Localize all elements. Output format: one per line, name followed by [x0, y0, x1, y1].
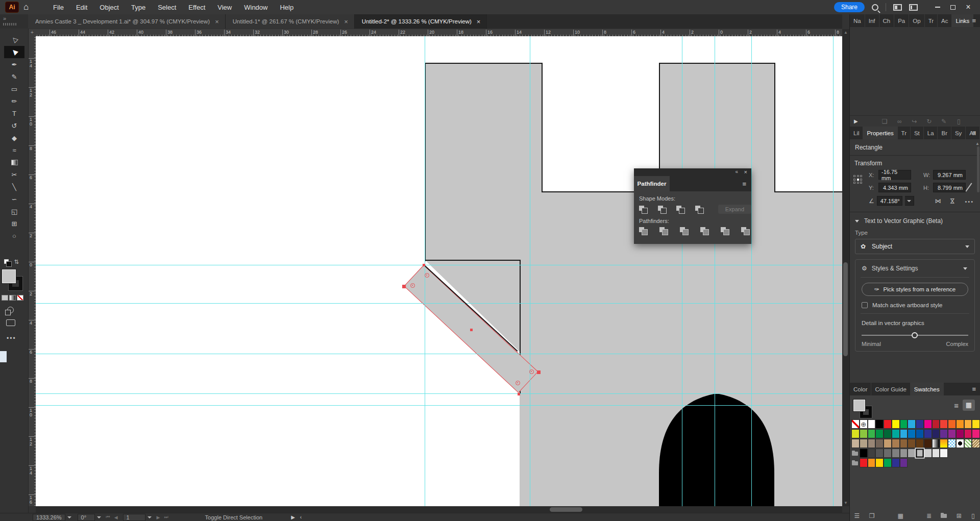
rotate-tool[interactable]: ↺: [4, 119, 24, 132]
intersect-icon[interactable]: [676, 206, 685, 213]
swatch[interactable]: [884, 449, 892, 458]
swatch[interactable]: [892, 419, 900, 429]
none-button[interactable]: [17, 295, 23, 301]
vertical-scroll-thumb[interactable]: [843, 262, 848, 356]
swatch[interactable]: [860, 449, 868, 458]
scroll-down-icon[interactable]: ▼: [844, 501, 848, 505]
workspace-switcher-icon[interactable]: [909, 4, 918, 11]
swatch[interactable]: [924, 449, 932, 458]
angle-dropdown[interactable]: [905, 196, 914, 206]
vertical-scrollbar[interactable]: ▲ ▼: [842, 29, 849, 506]
swatch-group-folder-icon[interactable]: [851, 449, 860, 458]
swatch[interactable]: [875, 439, 884, 448]
swatch[interactable]: [924, 419, 932, 429]
tab-sy[interactable]: Sy: [951, 127, 966, 139]
color-button[interactable]: [2, 295, 8, 301]
swatch[interactable]: [940, 419, 948, 429]
guide-vertical[interactable]: [682, 36, 682, 506]
swatch[interactable]: [956, 429, 964, 438]
swatches-fill-stroke-indicator[interactable]: [853, 400, 874, 420]
selection-anchor[interactable]: [402, 285, 406, 288]
shaper-tool[interactable]: ≈: [4, 144, 24, 156]
eraser-tool[interactable]: ◆: [4, 132, 24, 144]
text-to-vector-header[interactable]: Text to Vector Graphic (Beta): [855, 217, 975, 225]
selection-anchor[interactable]: [423, 264, 425, 266]
tab-close-icon[interactable]: ×: [215, 18, 219, 26]
swatch[interactable]: [932, 419, 940, 429]
swatch-kinds-icon[interactable]: ▦: [880, 512, 921, 519]
selection-anchor[interactable]: [518, 393, 520, 395]
menu-window[interactable]: Window: [238, 1, 274, 14]
transform-more-options-icon[interactable]: •••: [965, 199, 974, 205]
scroll-up-icon[interactable]: ▲: [844, 30, 848, 35]
h-field[interactable]: 8.799 mm: [933, 183, 966, 192]
swap-fill-stroke-icon[interactable]: ⇄: [13, 259, 20, 264]
horizontal-scroll-thumb[interactable]: [550, 507, 582, 512]
reference-point[interactable]: [853, 182, 855, 184]
horizontal-ruler[interactable]: 4644424038363432302826242220181614121086…: [36, 29, 842, 36]
swatch[interactable]: [900, 419, 908, 429]
swatch[interactable]: [948, 439, 956, 448]
crop-icon[interactable]: [700, 227, 709, 235]
tab-tr[interactable]: Tr: [925, 14, 938, 27]
menu-object[interactable]: Object: [93, 1, 125, 14]
menu-type[interactable]: Type: [125, 1, 152, 14]
guide-vertical[interactable]: [751, 36, 752, 506]
swatch-themes-icon[interactable]: ❐: [864, 512, 880, 519]
swatch[interactable]: [900, 449, 908, 458]
swatch[interactable]: [875, 429, 884, 438]
panel-close-icon[interactable]: ×: [744, 169, 747, 175]
swatch[interactable]: [964, 439, 972, 448]
go-to-link-icon[interactable]: ↪: [907, 118, 922, 125]
panel-menu-icon[interactable]: ≡: [742, 180, 746, 188]
fill-indicator[interactable]: [853, 400, 865, 411]
swatch[interactable]: [908, 439, 916, 448]
swatch[interactable]: [972, 419, 980, 429]
live-corner-widget[interactable]: [425, 273, 429, 278]
exclude-icon[interactable]: [695, 206, 704, 213]
direct-selection-tool[interactable]: ▶: [4, 46, 24, 58]
panel-menu-icon[interactable]: ≡: [972, 17, 976, 24]
zoom-level-value[interactable]: 1333.26%: [33, 514, 65, 521]
swatch[interactable]: [875, 458, 884, 467]
swatch[interactable]: [932, 439, 940, 448]
rotation-angle-field[interactable]: 47.158°: [877, 196, 902, 206]
pick-styles-button[interactable]: ✑ Pick styles from a reference: [862, 283, 968, 296]
drawing-modes-icon[interactable]: [7, 307, 14, 313]
trim-icon[interactable]: [659, 227, 668, 235]
document-tab-2[interactable]: Untitled-1* @ 261.67 % (CMYK/Preview)×: [226, 14, 355, 29]
maximize-button[interactable]: [945, 1, 961, 14]
guide-vertical[interactable]: [715, 36, 715, 506]
artboard-nav-field[interactable]: 1: [120, 513, 155, 521]
zoom-tool[interactable]: ○: [4, 230, 24, 242]
swatch[interactable]: [908, 449, 916, 458]
swatch[interactable]: [900, 458, 908, 467]
selection-anchor[interactable]: [470, 329, 473, 331]
swatch[interactable]: [884, 439, 892, 448]
edit-original-icon[interactable]: ✎: [937, 118, 951, 125]
swatch[interactable]: [916, 419, 924, 429]
pathfinder-header[interactable]: « ×: [634, 168, 751, 176]
delete-link-icon[interactable]: ▯: [951, 118, 966, 125]
outline-icon[interactable]: [721, 227, 729, 235]
swatch[interactable]: [884, 429, 892, 438]
swatch[interactable]: [868, 419, 876, 429]
swatch[interactable]: [884, 419, 892, 429]
tab-la[interactable]: La: [924, 127, 938, 139]
swatch[interactable]: [868, 458, 876, 467]
grid-view-icon[interactable]: ▦: [963, 400, 975, 411]
swatch[interactable]: [875, 419, 884, 429]
expand-button[interactable]: Expand: [718, 205, 751, 214]
minimize-button[interactable]: [930, 1, 945, 14]
divide-icon[interactable]: [639, 227, 648, 235]
swatch[interactable]: [924, 439, 932, 448]
slider-knob[interactable]: [912, 332, 918, 338]
guide-vertical[interactable]: [530, 36, 530, 506]
fill-color-box[interactable]: [2, 269, 16, 283]
default-fill-stroke-icon[interactable]: [4, 259, 9, 264]
swatch[interactable]: [972, 429, 980, 438]
guide-horizontal[interactable]: [36, 405, 842, 406]
swatch[interactable]: [868, 449, 876, 458]
swatch[interactable]: [932, 449, 940, 458]
swatch[interactable]: [860, 458, 868, 467]
